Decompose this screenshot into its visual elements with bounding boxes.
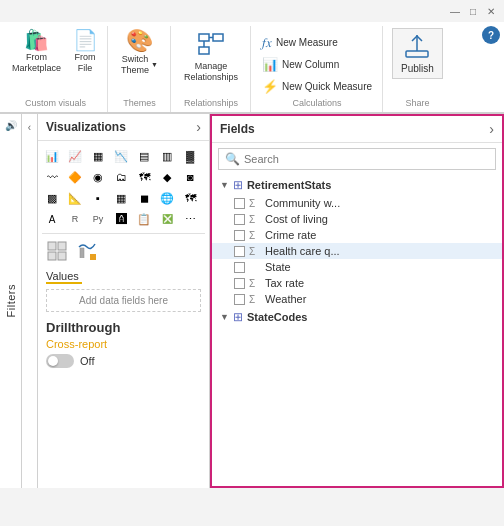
tree-item-tax[interactable]: Σ Tax rate — [212, 275, 502, 291]
viz-icon-table[interactable]: ▦ — [111, 188, 131, 208]
themes-group-label: Themes — [117, 98, 162, 110]
tree-item-health[interactable]: Σ Health care q... — [212, 243, 502, 259]
ribbon-group-calculations: 𝑓𝑥 New Measure 📊 New Column ⚡ New Quick … — [252, 26, 383, 112]
viz-panel-header: Visualizations › — [38, 114, 209, 141]
help-button[interactable]: ? — [482, 26, 500, 44]
search-input[interactable] — [244, 153, 489, 165]
tree-item-name-crime: Crime rate — [265, 229, 316, 241]
ribbon: 🛍️ FromMarketplace 📄 FromFile Custom vis… — [0, 22, 504, 114]
tree-checkbox-tax[interactable] — [234, 278, 245, 289]
switch-theme-button[interactable]: 🎨 SwitchTheme▼ — [117, 28, 162, 78]
svg-rect-7 — [48, 242, 56, 250]
off-label: Off — [80, 355, 94, 367]
switch-theme-label: SwitchTheme▼ — [121, 54, 158, 76]
tree-arrow-retirement: ▼ — [220, 180, 229, 190]
viz-icon-kpi[interactable]: 📐 — [65, 188, 85, 208]
tree-checkbox-community[interactable] — [234, 198, 245, 209]
maximize-button[interactable]: □ — [464, 2, 482, 20]
analytics-icon[interactable] — [76, 240, 98, 264]
tree-group-name-statecodes: StateCodes — [247, 311, 308, 323]
add-data-fields[interactable]: Add data fields here — [46, 289, 201, 312]
viz-icon-line[interactable]: 📉 — [111, 146, 131, 166]
viz-icon-r-visual[interactable]: R — [65, 209, 85, 229]
minimize-button[interactable]: — — [446, 2, 464, 20]
svg-rect-11 — [90, 254, 96, 260]
manage-relationships-button[interactable]: ManageRelationships — [180, 28, 242, 85]
tree-checkbox-health[interactable] — [234, 246, 245, 257]
viz-icon-decomptree[interactable]: ❎ — [157, 209, 177, 229]
viz-icon-pie[interactable]: 🔶 — [65, 167, 85, 187]
ribbon-group-themes: 🎨 SwitchTheme▼ Themes — [109, 26, 171, 112]
fields-panel-arrow[interactable]: › — [489, 121, 494, 137]
from-file-button[interactable]: 📄 FromFile — [67, 28, 103, 76]
new-measure-button[interactable]: 𝑓𝑥 New Measure — [260, 34, 374, 52]
fields-panel-header: Fields › — [212, 116, 502, 143]
tree-item-state[interactable]: State — [212, 259, 502, 275]
viz-icon-textbox[interactable]: A — [42, 209, 62, 229]
title-bar: — □ ✕ — [0, 0, 504, 22]
tree-table-icon-statecodes: ⊞ — [233, 310, 243, 324]
share-group-label: Share — [392, 98, 443, 110]
viz-icon-matrix[interactable]: ◼ — [134, 188, 154, 208]
viz-icon-bar[interactable]: 📊 — [42, 146, 62, 166]
filters-sidebar[interactable]: Filters 🔊 — [0, 114, 22, 488]
manage-relationships-label: ManageRelationships — [184, 61, 238, 83]
viz-icon-slicer[interactable]: ▪ — [88, 188, 108, 208]
viz-icon-fill-map[interactable]: 🗺 — [180, 188, 200, 208]
svg-rect-10 — [58, 252, 66, 260]
tree-item-community[interactable]: Σ Community w... — [212, 195, 502, 211]
toggle-thumb — [48, 356, 58, 366]
viz-icon-python[interactable]: Py — [88, 209, 108, 229]
off-toggle[interactable] — [46, 354, 74, 368]
tree-item-name-state: State — [265, 261, 291, 273]
new-column-button[interactable]: 📊 New Column — [260, 56, 374, 73]
viz-icon-ai[interactable]: 🅰 — [111, 209, 131, 229]
tree-checkbox-cost[interactable] — [234, 214, 245, 225]
viz-icon-card[interactable]: ▩ — [42, 188, 62, 208]
collapse-button[interactable]: ‹ — [22, 114, 38, 488]
tree-item-weather[interactable]: Σ Weather — [212, 291, 502, 307]
viz-panel-title: Visualizations — [46, 120, 126, 134]
viz-divider — [42, 233, 205, 234]
viz-icon-bar2[interactable]: 📈 — [65, 146, 85, 166]
values-label: Values — [46, 270, 201, 282]
close-button[interactable]: ✕ — [482, 2, 500, 20]
tree-sigma-cost: Σ — [249, 214, 261, 225]
ribbon-group-custom-visuals: 🛍️ FromMarketplace 📄 FromFile Custom vis… — [4, 26, 108, 112]
search-icon: 🔍 — [225, 152, 240, 166]
viz-icon-globe[interactable]: 🌐 — [157, 188, 177, 208]
viz-icon-gauge[interactable]: ◙ — [180, 167, 200, 187]
tree-group-retirement[interactable]: ▼ ⊞ RetirementStats — [212, 175, 502, 195]
new-quick-measure-button[interactable]: ⚡ New Quick Measure — [260, 78, 374, 95]
viz-icon-area[interactable]: ▤ — [134, 146, 154, 166]
viz-icon-treemap[interactable]: 🗂 — [111, 167, 131, 187]
viz-icons-grid: 📊 📈 ▦ 📉 ▤ ▥ ▓ 〰 🔶 ◉ 🗂 🗺 ◆ ◙ ▩ 📐 ▪ ▦ ◼ 🌐 … — [38, 141, 209, 231]
tree-checkbox-weather[interactable] — [234, 294, 245, 305]
calculations-group-label: Calculations — [260, 98, 374, 110]
new-quick-measure-label: New Quick Measure — [282, 81, 372, 92]
format-icon[interactable] — [46, 240, 68, 264]
svg-rect-5 — [406, 51, 428, 57]
tree-item-crime[interactable]: Σ Crime rate — [212, 227, 502, 243]
tree-item-cost[interactable]: Σ Cost of living — [212, 211, 502, 227]
tree-item-name-health: Health care q... — [265, 245, 340, 257]
viz-icon-scatter[interactable]: 〰 — [42, 167, 62, 187]
viz-icon-ribbon[interactable]: ▥ — [157, 146, 177, 166]
viz-icon-waterfall[interactable]: ▓ — [180, 146, 200, 166]
viz-icon-qna[interactable]: 📋 — [134, 209, 154, 229]
tree-checkbox-state[interactable] — [234, 262, 245, 273]
viz-panel-arrow[interactable]: › — [196, 119, 201, 135]
fields-panel-title: Fields — [220, 122, 255, 136]
tree-checkbox-crime[interactable] — [234, 230, 245, 241]
cross-report-link[interactable]: Cross-report — [46, 338, 201, 350]
viz-icon-donut[interactable]: ◉ — [88, 167, 108, 187]
tree-group-statecodes[interactable]: ▼ ⊞ StateCodes — [212, 307, 502, 327]
viz-icon-more[interactable]: ⋯ — [180, 209, 200, 229]
viz-icon-stacked[interactable]: ▦ — [88, 146, 108, 166]
viz-icon-funnel[interactable]: ◆ — [157, 167, 177, 187]
publish-button[interactable]: Publish — [392, 28, 443, 79]
filters-label: Filters — [5, 284, 17, 317]
from-marketplace-label: FromMarketplace — [12, 52, 61, 74]
from-marketplace-button[interactable]: 🛍️ FromMarketplace — [8, 28, 65, 76]
viz-icon-map[interactable]: 🗺 — [134, 167, 154, 187]
